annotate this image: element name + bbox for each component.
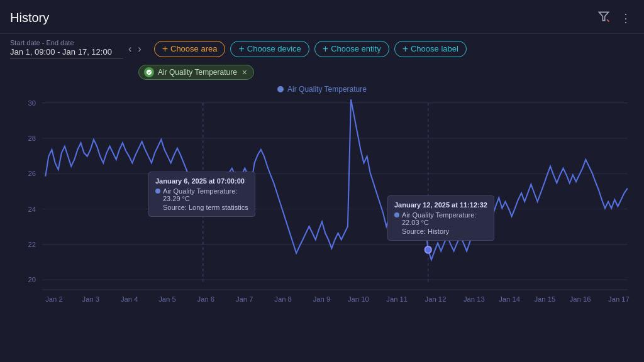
active-filter-row: Air Quality Temperature × xyxy=(0,63,644,82)
svg-text:Jan 6: Jan 6 xyxy=(197,295,215,303)
next-button[interactable]: › xyxy=(135,42,143,56)
header-actions: ⋮ xyxy=(595,8,634,28)
svg-text:24: 24 xyxy=(28,206,36,213)
nav-arrows: ‹ › xyxy=(126,42,144,56)
svg-text:Jan 15: Jan 15 xyxy=(534,295,555,303)
plus-icon: + xyxy=(402,44,408,54)
svg-text:Jan 13: Jan 13 xyxy=(464,295,485,303)
choose-area-label: Choose area xyxy=(170,44,217,53)
choose-device-chip[interactable]: + Choose device xyxy=(230,41,309,57)
svg-text:Jan 7: Jan 7 xyxy=(236,295,253,303)
svg-text:Jan 3: Jan 3 xyxy=(82,295,100,303)
date-range-section: Start date - End date Jan 1, 09:00 - Jan… xyxy=(10,39,144,58)
plus-icon: + xyxy=(238,44,244,54)
svg-text:Jan 17: Jan 17 xyxy=(608,295,630,303)
filter-chip-icon xyxy=(144,67,154,77)
chart-container: 30 28 26 24 22 20 Jan 2 Jan 3 Jan 4 Jan … xyxy=(10,96,634,310)
chart-legend: Air Quality Temperature xyxy=(10,85,634,94)
active-filter-label: Air Quality Temperature xyxy=(158,68,237,77)
choose-entity-label: Choose entity xyxy=(331,44,381,53)
more-menu-button[interactable]: ⋮ xyxy=(618,9,634,28)
svg-marker-0 xyxy=(599,12,609,20)
filter-chips: + Choose area + Choose device + Choose e… xyxy=(154,41,634,57)
choose-area-chip[interactable]: + Choose area xyxy=(154,41,226,57)
svg-text:Jan 8: Jan 8 xyxy=(274,295,292,303)
svg-line-1 xyxy=(607,19,609,21)
date-range-label: Start date - End date xyxy=(10,39,123,47)
chart-area: Air Quality Temperature 30 28 26 24 22 2… xyxy=(10,85,634,324)
filter-icon-button[interactable] xyxy=(595,8,613,28)
legend-label: Air Quality Temperature xyxy=(287,85,367,94)
svg-text:Jan 16: Jan 16 xyxy=(570,295,591,303)
svg-text:Jan 11: Jan 11 xyxy=(386,295,408,303)
svg-text:Jan 9: Jan 9 xyxy=(313,295,331,303)
legend-dot xyxy=(277,86,284,92)
plus-icon: + xyxy=(323,44,328,54)
active-filter-chip: Air Quality Temperature × xyxy=(138,65,254,80)
svg-text:Jan 10: Jan 10 xyxy=(348,295,369,303)
svg-text:Jan 2: Jan 2 xyxy=(45,295,63,303)
choose-label-label: Choose label xyxy=(411,44,458,53)
svg-text:Jan 5: Jan 5 xyxy=(158,295,176,303)
svg-text:26: 26 xyxy=(28,170,36,177)
app-header: History ⋮ xyxy=(0,0,644,34)
svg-point-34 xyxy=(425,246,431,253)
svg-point-33 xyxy=(200,197,206,204)
svg-text:Jan 12: Jan 12 xyxy=(425,295,447,303)
plus-icon: + xyxy=(162,44,168,54)
svg-text:28: 28 xyxy=(28,134,36,142)
choose-device-label: Choose device xyxy=(247,44,301,53)
svg-text:20: 20 xyxy=(28,276,36,283)
choose-label-chip[interactable]: + Choose label xyxy=(394,41,467,57)
svg-text:22: 22 xyxy=(28,241,36,248)
temperature-chart: 30 28 26 24 22 20 Jan 2 Jan 3 Jan 4 Jan … xyxy=(10,96,634,310)
choose-entity-chip[interactable]: + Choose entity xyxy=(314,41,389,57)
prev-button[interactable]: ‹ xyxy=(126,42,134,56)
controls-row: Start date - End date Jan 1, 09:00 - Jan… xyxy=(0,34,644,63)
svg-text:30: 30 xyxy=(28,99,36,107)
filter-remove-button[interactable]: × xyxy=(242,67,247,77)
page-title: History xyxy=(10,11,49,25)
date-range-value: Jan 1, 09:00 - Jan 17, 12:00 xyxy=(10,47,123,58)
svg-text:Jan 14: Jan 14 xyxy=(499,295,520,303)
svg-text:Jan 4: Jan 4 xyxy=(121,295,138,303)
date-range-container: Start date - End date Jan 1, 09:00 - Jan… xyxy=(10,39,123,58)
